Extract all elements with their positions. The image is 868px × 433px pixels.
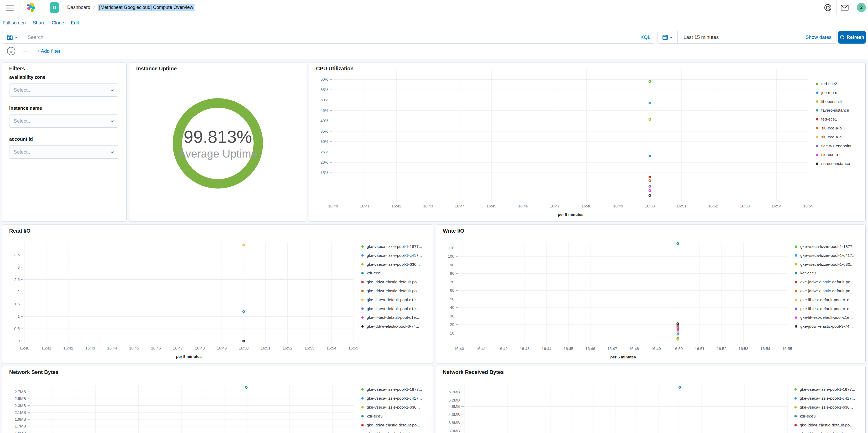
legend-item[interactable]: gke-vseca-lizzie-pool-1-630... bbox=[795, 405, 853, 409]
legend-item[interactable]: gke-jddwr-elastic-default-po... bbox=[362, 289, 420, 293]
data-point[interactable] bbox=[245, 386, 248, 388]
legend-item[interactable]: gke-jddwr-elastic-default-po... bbox=[795, 423, 853, 427]
legend-item[interactable]: gke-jddwr-elastic-pool-3-74... bbox=[362, 324, 419, 328]
saved-query-menu-button[interactable] bbox=[2, 31, 23, 43]
breadcrumb-dashboard[interactable]: Dashboard bbox=[67, 5, 90, 10]
data-point[interactable] bbox=[676, 329, 679, 331]
legend-label: gke-lil-test-default-pool-c1e... bbox=[367, 315, 419, 320]
legend-item[interactable]: gke-lil-test-default-pool-c1e... bbox=[362, 297, 419, 302]
instance-name-select[interactable]: Select... bbox=[9, 114, 118, 127]
user-avatar[interactable]: 2 bbox=[857, 3, 866, 12]
legend-item[interactable]: gke-lil-test-default-pool-c1e... bbox=[795, 307, 853, 311]
legend-label: gke-lil-test-default-pool-c1e... bbox=[800, 297, 853, 302]
legend-item[interactable]: lil-openshift bbox=[816, 99, 842, 104]
legend-item[interactable]: gke-vseca-lizzie-pool-1-c417... bbox=[795, 396, 855, 400]
add-filter-button[interactable]: + Add filter bbox=[37, 45, 60, 57]
availability-zone-select[interactable]: Select... bbox=[9, 84, 118, 97]
legend-item[interactable]: gke-jddwr-elastic-default-po... bbox=[795, 289, 854, 293]
data-point[interactable] bbox=[649, 189, 651, 192]
y-tick-label: 1.9MB bbox=[15, 417, 26, 422]
legend-item[interactable]: gke-jddwr-elastic-default-po... bbox=[362, 432, 420, 433]
legend-item[interactable]: joe-mb-ml bbox=[816, 90, 839, 95]
space-badge[interactable]: D bbox=[50, 2, 59, 13]
refresh-button[interactable]: Refresh bbox=[838, 31, 866, 44]
data-point[interactable] bbox=[649, 118, 651, 121]
legend-item[interactable]: kdr-ece3 bbox=[362, 271, 383, 275]
legend-swatch bbox=[362, 254, 364, 257]
search-input[interactable] bbox=[28, 32, 631, 43]
x-tick-label: 16:42 bbox=[392, 204, 402, 208]
legend-item[interactable]: gke-vseca-lizzie-pool-1-c417... bbox=[362, 253, 422, 258]
data-point[interactable] bbox=[676, 322, 679, 325]
mail-icon[interactable] bbox=[841, 4, 848, 12]
legend-item[interactable]: gke-vseca-lizzie-pool-1-630... bbox=[362, 405, 420, 409]
legend-item[interactable]: gke-vseca-lizzie-pool-1-630... bbox=[362, 262, 420, 266]
legend-item[interactable]: sri-ece-instance bbox=[816, 161, 850, 166]
legend-item[interactable]: gke-vseca-lizzie-pool-1-1877... bbox=[795, 244, 856, 249]
edit-button[interactable]: Edit bbox=[71, 15, 79, 31]
legend-swatch bbox=[795, 263, 797, 265]
legend-item[interactable]: gke-lil-test-default-pool-c1e... bbox=[795, 315, 853, 320]
legend-item[interactable]: gke-lil-test-default-pool-c1e... bbox=[362, 307, 419, 311]
y-tick-label: 60 bbox=[450, 288, 454, 292]
legend-item[interactable]: ted-ece2 bbox=[816, 81, 837, 86]
data-point[interactable] bbox=[649, 179, 651, 182]
data-point[interactable] bbox=[242, 340, 245, 342]
data-point[interactable] bbox=[676, 242, 679, 245]
filter-set-icon[interactable] bbox=[7, 47, 16, 55]
legend-swatch bbox=[795, 290, 797, 292]
show-dates-button[interactable]: Show dates bbox=[806, 31, 832, 43]
legend-label: joe-mb-ml bbox=[821, 90, 839, 95]
data-point[interactable] bbox=[649, 155, 651, 157]
menu-icon[interactable] bbox=[6, 4, 14, 11]
legend-item[interactable]: ted-ece1 bbox=[816, 117, 837, 121]
data-point[interactable] bbox=[242, 244, 245, 246]
y-tick-label: 10 bbox=[450, 331, 454, 335]
legend-item[interactable]: kdr-ece3 bbox=[795, 414, 816, 418]
legend-item[interactable]: gke-jddwr-elastic-default-po... bbox=[795, 432, 853, 433]
account-id-select[interactable]: Select... bbox=[9, 145, 118, 158]
y-tick-label: 80 bbox=[450, 271, 454, 276]
data-point[interactable] bbox=[649, 176, 651, 178]
legend-swatch bbox=[816, 100, 818, 103]
legend-item[interactable]: gke-lil-test-default-pool-c1e... bbox=[362, 315, 419, 320]
legend-item[interactable]: siu-ece-a-a bbox=[816, 135, 842, 139]
data-point[interactable] bbox=[649, 102, 651, 104]
elastic-logo[interactable] bbox=[26, 2, 36, 14]
legend-item[interactable]: gke-vseca-lizzie-pool-1-c417... bbox=[795, 253, 856, 258]
help-icon[interactable] bbox=[824, 4, 832, 11]
time-range-value[interactable]: Last 15 minutes bbox=[683, 31, 719, 43]
legend-item[interactable]: gke-vseca-lizzie-pool-1-c417... bbox=[362, 396, 422, 400]
data-point[interactable] bbox=[649, 194, 651, 197]
y-tick-label: 2.5 bbox=[14, 277, 20, 282]
legend-item[interactable]: siu-ece-a-b bbox=[816, 126, 842, 130]
legend-item[interactable]: favero-instance bbox=[816, 108, 849, 112]
legend-item[interactable]: gke-vseca-lizzie-pool-1-1877... bbox=[362, 244, 422, 249]
legend-item[interactable]: gke-jddwr-elastic-default-po... bbox=[795, 280, 854, 284]
legend-item[interactable]: gke-jddwr-elastic-pool-3-74... bbox=[795, 324, 853, 328]
legend-swatch bbox=[816, 118, 818, 120]
legend-item[interactable]: gke-vseca-lizzie-pool-1-1877... bbox=[362, 387, 422, 392]
legend-item[interactable]: gke-vseca-lizzie-pool-1-1877... bbox=[795, 387, 856, 392]
data-point[interactable] bbox=[649, 185, 651, 188]
legend-item[interactable]: gke-lil-test-default-pool-c1e... bbox=[795, 297, 853, 302]
legend-item[interactable]: kdr-ece3 bbox=[795, 271, 816, 275]
y-tick-label: 55% bbox=[320, 87, 328, 92]
legend-item[interactable]: tlee-w1-endpoint bbox=[816, 144, 852, 148]
legend-item[interactable]: gke-jddwr-elastic-default-po... bbox=[362, 280, 420, 284]
data-point[interactable] bbox=[649, 80, 651, 83]
legend-item[interactable]: siu-ece-a-c bbox=[816, 152, 841, 157]
legend-item[interactable]: gke-jddwr-elastic-default-po... bbox=[362, 423, 420, 427]
y-tick-label: 2 bbox=[18, 289, 20, 294]
clone-button[interactable]: Clone bbox=[52, 15, 64, 31]
legend-item[interactable]: kdr-ece3 bbox=[362, 414, 383, 418]
query-language-button[interactable]: KQL bbox=[641, 31, 650, 43]
data-point[interactable] bbox=[679, 386, 681, 388]
legend-item[interactable]: gke-vseca-lizzie-pool-1-630... bbox=[795, 262, 854, 266]
y-tick-label: 0.5 bbox=[14, 326, 20, 331]
date-quick-menu-button[interactable] bbox=[658, 31, 678, 43]
data-point[interactable] bbox=[676, 338, 679, 341]
share-button[interactable]: Share bbox=[33, 15, 45, 31]
full-screen-button[interactable]: Full screen bbox=[3, 15, 26, 31]
data-point[interactable] bbox=[242, 310, 245, 313]
